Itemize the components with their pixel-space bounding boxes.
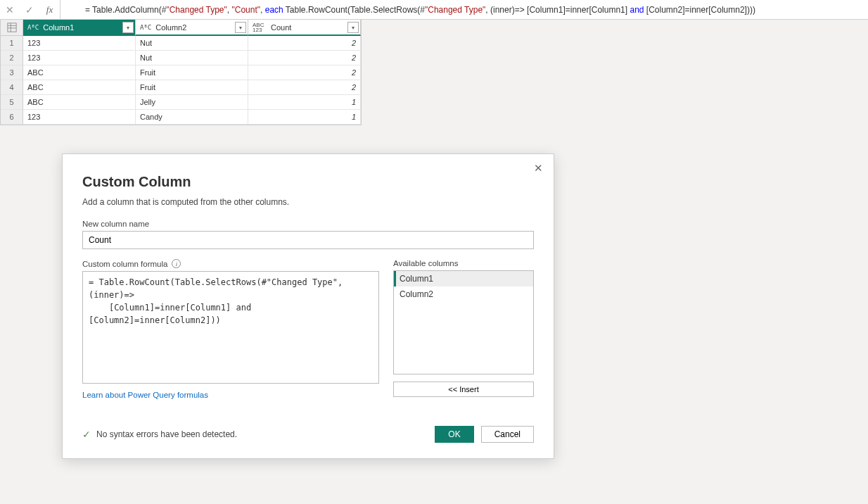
cell[interactable]: Fruit [136, 65, 248, 80]
table-icon [7, 23, 17, 32]
check-icon: ✓ [82, 429, 91, 440]
cell[interactable]: ABC [23, 65, 136, 80]
column-header-label: Column1 [43, 23, 74, 32]
formula-bar: ✕ ✓ fx = Table.AddColumn(#"Changed Type"… [0, 0, 868, 20]
column-header-label: Column2 [155, 23, 186, 32]
custom-formula-label: Custom column formula i [82, 259, 379, 268]
custom-column-dialog: ✕ Custom Column Add a column that is com… [62, 153, 554, 459]
cell[interactable]: ABC [23, 80, 136, 95]
dialog-subtitle: Add a column that is computed from the o… [82, 197, 534, 207]
column-header-label: Count [271, 23, 291, 32]
row-header[interactable]: 3 [1, 65, 23, 80]
row-header[interactable]: 2 [1, 51, 23, 65]
column-header-count[interactable]: ABC123 Count ▾ [248, 20, 361, 36]
table-row[interactable]: 4ABCFruit2 [1, 80, 361, 95]
row-header[interactable]: 1 [1, 36, 23, 51]
table-row[interactable]: 1123Nut2 [1, 36, 361, 51]
svg-rect-0 [7, 23, 15, 32]
cancel-formula-button[interactable]: ✕ [0, 0, 20, 20]
ok-button[interactable]: OK [435, 426, 473, 443]
cancel-button[interactable]: Cancel [481, 426, 534, 443]
data-grid-wrap: AᴮC Column1 ▾ AᴮC Column2 ▾ ABC123 Count… [0, 20, 868, 125]
column-header-column1[interactable]: AᴮC Column1 ▾ [23, 20, 136, 36]
column-header-column2[interactable]: AᴮC Column2 ▾ [136, 20, 248, 36]
new-column-name-label: New column name [82, 220, 534, 228]
available-columns-list[interactable]: Column1 Column2 [393, 270, 534, 374]
learn-link[interactable]: Learn about Power Query formulas [82, 391, 379, 399]
cell[interactable]: 123 [23, 51, 136, 65]
type-text-icon: AᴮC [27, 24, 39, 31]
cell[interactable]: 2 [248, 36, 361, 51]
table-row[interactable]: 6123Candy1 [1, 110, 361, 125]
type-any-icon: ABC123 [253, 23, 267, 32]
filter-button[interactable]: ▾ [235, 22, 246, 33]
available-column-item[interactable]: Column2 [394, 286, 533, 302]
cell[interactable]: Jelly [136, 95, 248, 110]
row-header[interactable]: 5 [1, 95, 23, 110]
dialog-title: Custom Column [82, 174, 534, 190]
table-row[interactable]: 5ABCJelly1 [1, 95, 361, 110]
cell[interactable]: 2 [248, 80, 361, 95]
cell[interactable]: 2 [248, 65, 361, 80]
commit-formula-button[interactable]: ✓ [20, 0, 39, 20]
available-columns-label: Available columns [393, 259, 534, 267]
cell[interactable]: Candy [136, 110, 248, 125]
available-column-item[interactable]: Column1 [394, 271, 533, 286]
custom-formula-input[interactable]: = Table.RowCount(Table.SelectRows(#"Chan… [82, 271, 379, 384]
row-header[interactable]: 4 [1, 80, 23, 95]
data-grid: AᴮC Column1 ▾ AᴮC Column2 ▾ ABC123 Count… [0, 20, 362, 125]
cell[interactable]: 2 [248, 51, 361, 65]
cell[interactable]: Nut [136, 36, 248, 51]
grid-corner-button[interactable] [1, 20, 23, 36]
cell[interactable]: Fruit [136, 80, 248, 95]
row-header[interactable]: 6 [1, 110, 23, 125]
table-row[interactable]: 2123Nut2 [1, 51, 361, 65]
cell[interactable]: 1 [248, 110, 361, 125]
table-row[interactable]: 3ABCFruit2 [1, 65, 361, 80]
type-text-icon: AᴮC [140, 24, 151, 31]
syntax-status: ✓ No syntax errors have been detected. [82, 429, 237, 440]
close-button[interactable]: ✕ [530, 160, 547, 177]
cell[interactable]: 1 [248, 95, 361, 110]
cell[interactable]: Nut [136, 51, 248, 65]
info-icon[interactable]: i [172, 259, 181, 268]
insert-button[interactable]: << Insert [393, 382, 534, 397]
filter-button[interactable]: ▾ [122, 22, 134, 33]
filter-button[interactable]: ▾ [347, 22, 359, 33]
cell[interactable]: 123 [23, 110, 136, 125]
cell[interactable]: ABC [23, 95, 136, 110]
new-column-name-input[interactable] [82, 231, 534, 249]
cell[interactable]: 123 [23, 36, 136, 51]
fx-label: fx [39, 0, 60, 19]
